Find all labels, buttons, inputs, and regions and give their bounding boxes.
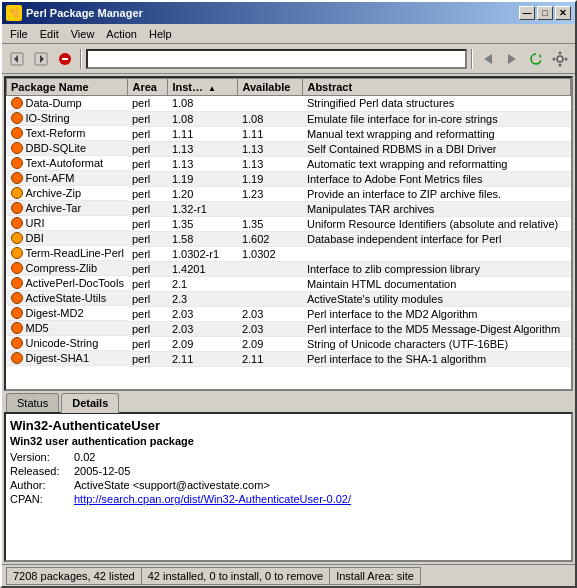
- table-row[interactable]: ActivePerl-DocToolsperl2.1Maintain HTML …: [7, 276, 571, 291]
- toolbar-stop-button[interactable]: [54, 48, 76, 70]
- title-bar-left: 🐪 Perl Package Manager: [6, 5, 143, 21]
- package-area: perl: [128, 336, 168, 351]
- toolbar-separator-1: [80, 49, 82, 69]
- toolbar-back-button[interactable]: [6, 48, 28, 70]
- package-icon: [11, 352, 23, 364]
- package-available: [238, 96, 303, 112]
- toolbar-settings-button[interactable]: [549, 48, 571, 70]
- status-bar: 7208 packages, 42 listed 42 installed, 0…: [2, 564, 575, 586]
- package-abstract: Self Contained RDBMS in a DBI Driver: [303, 141, 571, 156]
- svg-point-10: [559, 51, 562, 54]
- table-wrapper[interactable]: Package Name Area Inst… ▲ Available: [6, 78, 571, 389]
- col-header-abstract[interactable]: Abstract: [303, 79, 571, 96]
- package-icon: [11, 127, 23, 139]
- app-icon: 🐪: [6, 5, 22, 21]
- package-name: ActiveState-Utils: [26, 292, 107, 304]
- table-row[interactable]: Data-Dumpperl1.08Stringified Perl data s…: [7, 96, 571, 112]
- package-installed: 2.09: [168, 336, 238, 351]
- package-abstract: Database independent interface for Perl: [303, 231, 571, 246]
- table-row[interactable]: URIperl1.351.35Uniform Resource Identifi…: [7, 216, 571, 231]
- package-available: 1.35: [238, 216, 303, 231]
- table-row[interactable]: IO-Stringperl1.081.08Emulate file interf…: [7, 111, 571, 126]
- package-icon: [11, 307, 23, 319]
- package-area: perl: [128, 96, 168, 112]
- table-row[interactable]: Font-AFMperl1.191.19Interface to Adobe F…: [7, 171, 571, 186]
- svg-marker-6: [484, 54, 492, 64]
- package-installed: 1.32-r1: [168, 201, 238, 216]
- close-button[interactable]: ✕: [555, 6, 571, 20]
- package-abstract: Manipulates TAR archives: [303, 201, 571, 216]
- package-area: perl: [128, 276, 168, 291]
- search-input[interactable]: [86, 49, 467, 69]
- package-icon: [11, 112, 23, 124]
- package-name: Compress-Zlib: [26, 262, 98, 274]
- table-row[interactable]: ActiveState-Utilsperl2.3ActiveState's ut…: [7, 291, 571, 306]
- table-row[interactable]: Digest-MD2perl2.032.03Perl interface to …: [7, 306, 571, 321]
- table-row[interactable]: Term-ReadLine-Perlperl1.0302-r11.0302: [7, 246, 571, 261]
- detail-cpan-link[interactable]: http://search.cpan.org/dist/Win32-Authen…: [74, 493, 351, 505]
- toolbar-forward-button[interactable]: [30, 48, 52, 70]
- menu-edit[interactable]: Edit: [34, 26, 65, 43]
- package-abstract: Automatic text wrapping and reformatting: [303, 156, 571, 171]
- main-window: 🐪 Perl Package Manager — □ ✕ File Edit V…: [0, 0, 577, 588]
- maximize-button[interactable]: □: [537, 6, 553, 20]
- package-icon: [11, 292, 23, 304]
- package-available: 1.0302: [238, 246, 303, 261]
- package-installed: 2.03: [168, 321, 238, 336]
- tab-status[interactable]: Status: [6, 393, 59, 412]
- package-available: 1.11: [238, 126, 303, 141]
- table-row[interactable]: Digest-SHA1perl2.112.11Perl interface to…: [7, 351, 571, 366]
- table-row[interactable]: MD5perl2.032.03Perl interface to the MD5…: [7, 321, 571, 336]
- package-abstract: Stringified Perl data structures: [303, 96, 571, 112]
- table-row[interactable]: DBD-SQLiteperl1.131.13Self Contained RDB…: [7, 141, 571, 156]
- svg-rect-5: [62, 58, 68, 60]
- table-row[interactable]: Text-Reformperl1.111.11Manual text wrapp…: [7, 126, 571, 141]
- package-abstract: Interface to zlib compression library: [303, 261, 571, 276]
- col-header-area[interactable]: Area: [128, 79, 168, 96]
- package-icon: [11, 157, 23, 169]
- menu-bar: File Edit View Action Help: [2, 24, 575, 44]
- table-row[interactable]: Unicode-Stringperl2.092.09String of Unic…: [7, 336, 571, 351]
- table-row[interactable]: DBIperl1.581.602Database independent int…: [7, 231, 571, 246]
- col-header-installed[interactable]: Inst… ▲: [168, 79, 238, 96]
- package-name: MD5: [26, 322, 49, 334]
- package-name: IO-String: [26, 112, 70, 124]
- menu-help[interactable]: Help: [143, 26, 178, 43]
- package-name: Text-Reform: [26, 127, 86, 139]
- tab-details[interactable]: Details: [61, 393, 119, 413]
- status-installed: 42 installed, 0 to install, 0 to remove: [141, 567, 329, 585]
- table-row[interactable]: Compress-Zlibperl1.4201Interface to zlib…: [7, 261, 571, 276]
- package-name: DBD-SQLite: [26, 142, 87, 154]
- package-installed: 2.11: [168, 351, 238, 366]
- table-row[interactable]: Archive-Zipperl1.201.23Provide an interf…: [7, 186, 571, 201]
- package-installed: 2.1: [168, 276, 238, 291]
- package-name: Data-Dump: [26, 97, 82, 109]
- package-installed: 1.0302-r1: [168, 246, 238, 261]
- minimize-button[interactable]: —: [519, 6, 535, 20]
- menu-file[interactable]: File: [4, 26, 34, 43]
- content-area: Package Name Area Inst… ▲ Available: [2, 74, 575, 564]
- package-abstract: Emulate file interface for in-core strin…: [303, 111, 571, 126]
- table-row[interactable]: Text-Autoformatperl1.131.13Automatic tex…: [7, 156, 571, 171]
- package-abstract: Uniform Resource Identifiers (absolute a…: [303, 216, 571, 231]
- col-header-name[interactable]: Package Name: [7, 79, 128, 96]
- title-bar: 🐪 Perl Package Manager — □ ✕: [2, 2, 575, 24]
- menu-view[interactable]: View: [65, 26, 101, 43]
- package-available: 2.09: [238, 336, 303, 351]
- package-abstract: Provide an interface to ZIP archive file…: [303, 186, 571, 201]
- table-row[interactable]: Archive-Tarperl1.32-r1Manipulates TAR ar…: [7, 201, 571, 216]
- toolbar-refresh-button[interactable]: [525, 48, 547, 70]
- toolbar-forward2-button[interactable]: [501, 48, 523, 70]
- package-icon: [11, 217, 23, 229]
- package-available: 1.19: [238, 171, 303, 186]
- toolbar-back2-button[interactable]: [477, 48, 499, 70]
- package-installed: 1.08: [168, 111, 238, 126]
- package-abstract: String of Unicode characters (UTF-16BE): [303, 336, 571, 351]
- col-header-available[interactable]: Available: [238, 79, 303, 96]
- detail-author-row: Author: ActiveState <support@activestate…: [10, 479, 567, 491]
- menu-action[interactable]: Action: [100, 26, 143, 43]
- package-area: perl: [128, 216, 168, 231]
- package-icon: [11, 202, 23, 214]
- package-table-container: Package Name Area Inst… ▲ Available: [4, 76, 573, 391]
- package-name: DBI: [26, 232, 44, 244]
